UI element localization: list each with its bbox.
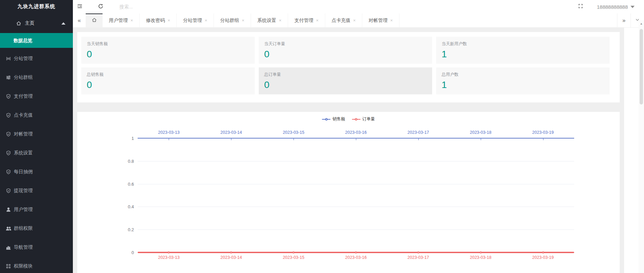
close-icon[interactable]: × [242, 18, 245, 23]
search-input[interactable] [119, 4, 194, 9]
x-axis-top-label: 2023-03-17 [408, 130, 429, 135]
close-icon[interactable]: × [279, 18, 282, 23]
sidebar-item[interactable]: 导航管理 [0, 238, 73, 257]
user-phone: 18888888888 [597, 4, 628, 10]
collapse-icon [77, 3, 83, 10]
stat-label: 当天新用户数 [442, 41, 604, 47]
x-axis-bottom-label: 2023-03-14 [220, 255, 242, 260]
stats-panel: 当天销售额0当天订单量0当天新用户数1总销售额0总订单量0总用户数1 [77, 32, 620, 102]
double-chevron-right-icon: » [622, 17, 625, 24]
legend-item[interactable]: 销售额 [322, 116, 345, 122]
close-icon[interactable]: × [353, 18, 356, 23]
sidebar-item[interactable]: 每日抽佣 [0, 162, 73, 181]
tab[interactable]: 点卡充值× [325, 13, 362, 27]
tab-label: 修改密码 [146, 18, 165, 24]
stat-value: 1 [442, 80, 604, 90]
legend-item[interactable]: 订单量 [352, 116, 375, 122]
stat-label: 当天销售额 [87, 41, 249, 47]
sidebar-item[interactable]: 群组权限 [0, 219, 73, 238]
tab[interactable]: 分站管理× [177, 13, 214, 27]
users-icon [5, 226, 11, 231]
x-axis-top-label: 2023-03-18 [470, 130, 492, 135]
close-icon[interactable]: × [390, 18, 393, 23]
columns-icon [5, 56, 11, 61]
stat-card: 当天新用户数1 [436, 37, 610, 64]
close-icon[interactable]: × [131, 18, 133, 23]
data-point-marker [480, 251, 482, 253]
x-axis-top-label: 2023-03-19 [532, 130, 554, 135]
tab[interactable]: 分站群组× [214, 13, 251, 27]
sidebar-item[interactable]: 系统设置 [0, 144, 73, 162]
tab-home[interactable] [86, 13, 103, 27]
tab[interactable]: 用户管理× [103, 13, 140, 27]
close-icon[interactable]: × [205, 18, 207, 23]
sidebar-item-label: 导航管理 [14, 244, 33, 250]
tab-label: 分站群组 [220, 18, 239, 24]
sidebar-item[interactable]: 点卡充值 [0, 106, 73, 125]
tabs-scroll-left-button[interactable]: « [73, 13, 86, 27]
sales-orders-chart: 销售额订单量 00.20.40.60.812023-03-132023-03-1… [77, 112, 620, 273]
user-account-dropdown[interactable]: 18888888888 [597, 4, 635, 10]
close-icon[interactable]: × [316, 18, 319, 23]
sidebar-item[interactable]: 权限模块 [0, 257, 73, 273]
sidebar-item[interactable]: 支付管理 [0, 87, 73, 106]
shield-check-icon [5, 94, 11, 99]
sidebar-item[interactable]: 提现管理 [0, 181, 73, 200]
main-content: 当天销售额0当天订单量0当天新用户数1总销售额0总订单量0总用户数1 销售额订单… [73, 28, 624, 273]
shield-check-icon [5, 131, 11, 137]
fullscreen-icon [578, 3, 583, 10]
x-axis-top-tick [356, 139, 356, 140]
stat-label: 总订单量 [264, 72, 427, 78]
sidebar-item-active[interactable]: 数据总览 [0, 33, 73, 48]
collapse-sidebar-button[interactable] [73, 0, 86, 13]
x-axis-top-tick [543, 139, 543, 140]
stat-value: 0 [87, 49, 249, 60]
tab-label: 点卡充值 [332, 18, 351, 24]
scrollbar-thumb[interactable] [640, 29, 643, 104]
y-axis-label: 0.8 [114, 159, 134, 164]
scroll-up-arrow-icon[interactable]: ▲ [639, 20, 644, 25]
stat-card: 当天销售额0 [81, 37, 255, 64]
top-header: 18888888888 [73, 0, 644, 13]
fullscreen-button[interactable] [574, 0, 587, 13]
home-icon [91, 17, 97, 24]
sliders-icon [5, 75, 11, 80]
tab[interactable]: 修改密码× [140, 13, 177, 27]
sidebar-item-home[interactable]: 主页 [0, 16, 73, 30]
gridline [138, 161, 574, 161]
x-axis-bottom-label: 2023-03-17 [408, 255, 429, 260]
x-axis-top-tick [169, 139, 169, 140]
tabs-scroll-right-button[interactable]: » [617, 13, 631, 27]
x-axis-top-label: 2023-03-13 [158, 130, 179, 135]
y-axis-label: 0.4 [114, 204, 134, 209]
sidebar-item-label: 点卡充值 [14, 112, 33, 118]
sidebar-item[interactable]: 对帐管理 [0, 125, 73, 144]
data-point-marker [417, 251, 419, 253]
tab[interactable]: 支付管理× [288, 13, 325, 27]
grid-icon [5, 264, 11, 269]
tab-strip: 用户管理×修改密码×分站管理×分站群组×系统设置×支付管理×点卡充值×对帐管理× [103, 13, 399, 27]
stat-label: 总销售额 [87, 72, 249, 78]
y-axis-label: 0 [114, 250, 134, 255]
tab-bar: « 用户管理×修改密码×分站管理×分站群组×系统设置×支付管理×点卡充值×对帐管… [73, 13, 644, 28]
stat-value: 0 [264, 80, 427, 90]
tab[interactable]: 系统设置× [251, 13, 288, 27]
shield-check-icon [5, 188, 11, 193]
sidebar-item[interactable]: 分站管理 [0, 49, 73, 68]
vertical-scrollbar[interactable]: ▲ [639, 20, 644, 273]
app-title: 九块九进群系统 [0, 0, 73, 13]
stat-label: 总用户数 [442, 72, 604, 78]
sidebar-item[interactable]: 分站群组 [0, 68, 73, 87]
data-point-marker [168, 251, 170, 253]
close-icon[interactable]: × [168, 18, 170, 23]
sidebar-home-label: 主页 [25, 20, 34, 26]
tab-label: 用户管理 [109, 18, 128, 24]
stat-value: 1 [442, 49, 604, 60]
x-axis-bottom-label: 2023-03-18 [470, 255, 492, 260]
refresh-button[interactable] [94, 0, 107, 13]
sidebar-item[interactable]: 用户管理 [0, 200, 73, 219]
tab[interactable]: 对帐管理× [362, 13, 399, 27]
y-axis-label: 0.2 [114, 227, 134, 232]
sidebar-item-label: 分站群组 [14, 74, 33, 81]
gridline [138, 207, 574, 207]
